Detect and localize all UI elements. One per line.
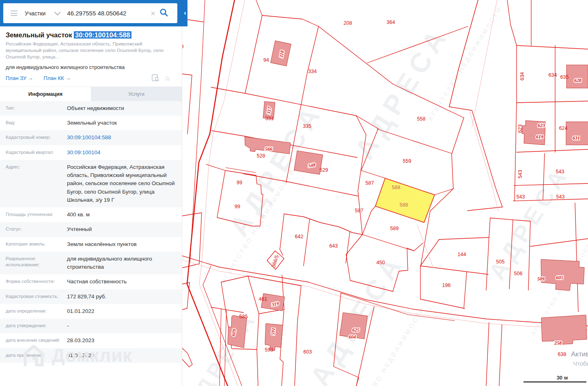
- map-watermark-text: АДРЕСА: [182, 307, 261, 386]
- row-label: дата внесения сведений:: [6, 333, 67, 343]
- parcel-boundary: [211, 87, 356, 116]
- parcel-label: 94: [263, 57, 269, 63]
- building-footprint: [265, 323, 283, 351]
- plan-zu-link[interactable]: План ЗУ →: [6, 75, 33, 81]
- search-category-dropdown[interactable]: Участки: [25, 10, 45, 17]
- parcel-label: 196: [442, 282, 451, 288]
- clear-search-icon[interactable]: ×: [151, 9, 155, 17]
- usage-text: для индивидуального жилищного строительс…: [6, 64, 176, 70]
- parcel-boundary: [182, 348, 192, 367]
- document-search-icon[interactable]: [152, 74, 159, 84]
- row-label: дата определения:: [6, 304, 67, 314]
- building-label: 605: [556, 275, 563, 280]
- row-value-link[interactable]: 30:09:100104: [67, 145, 182, 160]
- selected-parcel-label: 588: [392, 185, 401, 190]
- building-label: 566: [265, 146, 272, 152]
- parcel-boundary: [190, 0, 205, 263]
- chevron-down-icon[interactable]: [54, 9, 61, 16]
- parcel-boundary: [346, 232, 350, 263]
- map-watermark-text: АДРЕСА: [349, 20, 454, 164]
- parcel-label: 334: [308, 69, 317, 74]
- parcel-label: 543: [517, 170, 523, 179]
- parcel-label: 450: [377, 260, 385, 265]
- info-row: Кадастровый номер:30:09:100104:588: [0, 130, 182, 145]
- parcel-boundary: [420, 299, 465, 308]
- parcel-boundary: [248, 276, 301, 286]
- building-label: 258: [554, 340, 562, 346]
- row-label: Кадастровая стоимость:: [6, 289, 67, 300]
- parcel-label: 587: [366, 180, 374, 186]
- parcel-boundary: [449, 107, 502, 207]
- parcel-boundary: [262, 15, 319, 26]
- tab-services[interactable]: Услуги: [91, 87, 182, 101]
- search-button[interactable]: [159, 8, 168, 19]
- parcel-boundary: [248, 276, 259, 314]
- search-input[interactable]: [66, 9, 149, 17]
- plan-links: План ЗУ → План КК → ☆: [6, 75, 176, 81]
- info-row: Форма собственности:Частная собственност…: [0, 274, 182, 289]
- info-row: Категория земель:Земли населённых пункто…: [0, 237, 182, 252]
- info-row: дата утверждения:-: [0, 319, 182, 333]
- selected-parcel-588[interactable]: [375, 178, 435, 222]
- parcel-boundary: [486, 218, 490, 290]
- row-label: Вид:: [6, 116, 67, 126]
- row-label: Кадастровый квартал:: [6, 145, 67, 155]
- cadastral-map[interactable]: АДРЕСААДРЕСААДРЕСААДРЕСААДРЕСААГЕНТСТВО …: [182, 0, 588, 386]
- menu-icon[interactable]: [11, 11, 17, 16]
- row-value: Российская Федерация, Астраханская облас…: [67, 160, 182, 207]
- parcel-label: 634: [549, 72, 557, 78]
- domclick-house-icon: [21, 343, 46, 368]
- activation-overlay-text: Актива: [571, 350, 588, 358]
- row-value-link[interactable]: 30:09:100104:588: [67, 130, 182, 145]
- plan-kk-link[interactable]: План КК →: [44, 75, 71, 81]
- scale-label: 30 м: [557, 375, 568, 381]
- parcel-boundary: [414, 243, 423, 251]
- search-header: Участки × ‹: [0, 0, 187, 26]
- parcel-label: 603: [304, 349, 312, 355]
- row-label: дата утверждения:: [6, 319, 67, 329]
- parcel-label: 528: [257, 153, 265, 159]
- domclick-watermark-text: Домклик: [52, 345, 132, 366]
- row-value: 01.01.2022: [67, 304, 182, 319]
- parcel-label: 506: [514, 271, 523, 276]
- parcel-boundary: [420, 266, 488, 274]
- parcel-label: 624: [559, 125, 568, 131]
- row-label: Категория земель:: [6, 237, 67, 247]
- parcel-label: 364: [387, 19, 395, 25]
- building-label: 509: [537, 276, 545, 282]
- building-label: 631: [573, 135, 580, 141]
- row-value: Объект недвижимости: [67, 101, 182, 116]
- selected-parcel-label: 588: [400, 202, 408, 208]
- object-type-title: Земельный участок: [6, 31, 72, 39]
- parcel-label: 635: [560, 74, 569, 80]
- parcel-label: 99: [237, 180, 242, 185]
- parcel-boundary: [206, 164, 225, 170]
- parcel-boundary: [280, 214, 284, 248]
- building-label: 591: [270, 328, 276, 335]
- building-label: 604: [349, 334, 356, 340]
- parcel-label: 643: [330, 243, 338, 249]
- row-label: Форма собственности:: [6, 274, 67, 285]
- favorite-star-icon[interactable]: ☆: [164, 74, 170, 84]
- info-row: Площадь уточненная:400 кв. м: [0, 207, 182, 222]
- parcel-boundary: [515, 45, 517, 201]
- parcel-label: 593: [265, 347, 274, 353]
- info-row: Кадастровая стоимость:172 829,74 руб.: [0, 289, 182, 304]
- row-value: Частная собственность: [67, 274, 182, 289]
- parcel-boundary: [530, 239, 588, 246]
- info-row: Кадастровый квартал:30:09:100104: [0, 145, 182, 160]
- parcel-boundary: [257, 349, 258, 386]
- info-row: Разрешенное использование:для индивидуал…: [0, 252, 182, 275]
- info-row: Тип:Объект недвижимости: [0, 101, 182, 116]
- parcel-boundary: [362, 206, 375, 235]
- parcel-boundary: [346, 235, 362, 254]
- tab-information[interactable]: Информация: [0, 87, 91, 101]
- parcel-label: 144: [458, 252, 466, 257]
- row-label: Тип:: [6, 101, 67, 111]
- panel-collapse-button[interactable]: ‹: [184, 9, 186, 17]
- parcel-boundary: [211, 307, 243, 313]
- map-watermark-text: АГЕНТСТВО НЕДВИЖИМОСТИ: [426, 5, 504, 122]
- row-value: 172 829,74 руб.: [67, 289, 182, 304]
- parcel-boundary: [467, 207, 502, 211]
- parcel-boundary: [486, 323, 489, 386]
